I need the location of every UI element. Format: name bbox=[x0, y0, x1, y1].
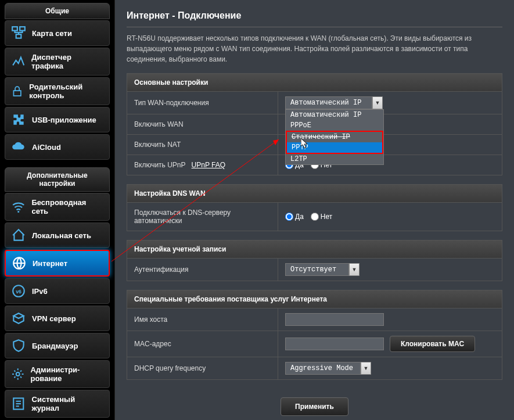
traffic-icon bbox=[11, 54, 26, 69]
sidebar-item-usb[interactable]: USB-приложение bbox=[5, 107, 110, 132]
radio-no[interactable] bbox=[311, 213, 319, 221]
wifi-icon bbox=[11, 199, 26, 214]
gear-icon bbox=[11, 367, 24, 382]
section-basic: Основные настройки Тип WAN-подключения А… bbox=[127, 73, 502, 175]
auth-select[interactable]: Отсутствует ▼ bbox=[285, 263, 360, 276]
chevron-down-icon: ▼ bbox=[361, 362, 371, 375]
sidebar-item-label: Системный журнал bbox=[32, 395, 103, 412]
sidebar-item-label: Администри-рование bbox=[30, 365, 103, 383]
section-header-isp: Специальные требования поставщика услуг … bbox=[127, 290, 502, 308]
sidebar-item-label: Локальная сеть bbox=[32, 231, 91, 240]
sidebar-item-label: VPN сервер bbox=[32, 314, 76, 323]
sidebar-item-label: AiCloud bbox=[32, 143, 61, 152]
svg-point-8 bbox=[16, 372, 20, 376]
dhcp-select[interactable]: Aggressive Mode ▼ bbox=[285, 362, 371, 375]
vpn-icon bbox=[11, 311, 26, 326]
dropdown-option[interactable]: PPPoE bbox=[286, 120, 383, 131]
chevron-down-icon: ▼ bbox=[372, 96, 383, 109]
section-header-basic: Основные настройки bbox=[127, 74, 502, 92]
home-icon bbox=[11, 228, 26, 243]
section-dns: Настройка DNS WAN Подключаться к DNS-сер… bbox=[127, 184, 502, 231]
dhcp-label: DHCP query frequency bbox=[127, 357, 278, 379]
sidebar-item-label: Родительский контроль bbox=[29, 82, 103, 100]
sidebar-item-label: Интернет bbox=[33, 259, 67, 268]
sidebar-item-parental[interactable]: Родительский контроль bbox=[5, 77, 110, 105]
shield-icon bbox=[11, 338, 26, 353]
sidebar-item-label: Диспетчер трафика bbox=[31, 53, 103, 70]
upnp-faq-link[interactable]: UPnP FAQ bbox=[192, 161, 225, 169]
wan-type-dropdown: Автоматический IP PPPoE Статический IP P… bbox=[285, 109, 384, 165]
dns-no[interactable]: Нет bbox=[311, 213, 332, 221]
main-content: Интернет - Подключение RT-N56U поддержив… bbox=[115, 0, 514, 420]
sidebar-item-aicloud[interactable]: AiCloud bbox=[5, 134, 110, 160]
hostname-label: Имя хоста bbox=[127, 308, 278, 331]
sidebar-advanced-header: Дополнительные настройки bbox=[5, 167, 110, 192]
svg-rect-1 bbox=[20, 27, 25, 31]
section-isp: Специальные требования поставщика услуг … bbox=[127, 290, 502, 380]
sidebar: Общие Карта сети Диспетчер трафика Родит… bbox=[0, 0, 115, 420]
dns-radio-group: Да Нет bbox=[285, 213, 332, 221]
auth-value: Отсутствует bbox=[285, 263, 349, 276]
page-description: RT-N56U поддерживает несколько типов под… bbox=[115, 33, 514, 73]
sidebar-item-label: IPv6 bbox=[32, 287, 48, 296]
ipv6-icon: v6 bbox=[11, 283, 26, 299]
sidebar-item-wireless[interactable]: Беспроводная сеть bbox=[5, 193, 110, 221]
section-header-dns: Настройка DNS WAN bbox=[127, 185, 502, 203]
enable-nat-label: Включить NAT bbox=[127, 135, 278, 155]
dropdown-option-selected[interactable]: PPTP bbox=[287, 142, 382, 153]
sidebar-item-syslog[interactable]: Системный журнал bbox=[5, 390, 110, 418]
section-account: Настройка учетной записи Аутентификация … bbox=[127, 240, 502, 281]
puzzle-icon bbox=[11, 112, 26, 127]
wan-type-value: Автоматический IP bbox=[285, 96, 372, 109]
dhcp-value: Aggressive Mode bbox=[285, 362, 361, 375]
sidebar-item-label: Брандмауэр bbox=[32, 342, 78, 350]
mac-label: MAC-адрес bbox=[127, 331, 278, 357]
svg-text:v6: v6 bbox=[16, 289, 21, 295]
sidebar-item-internet[interactable]: Интернет bbox=[5, 250, 110, 277]
sidebar-item-lan[interactable]: Локальная сеть bbox=[5, 222, 110, 248]
cloud-icon bbox=[11, 139, 26, 155]
sidebar-item-traffic[interactable]: Диспетчер трафика bbox=[5, 48, 110, 76]
dropdown-option[interactable]: Статический IP bbox=[287, 132, 382, 142]
wan-type-select[interactable]: Автоматический IP ▼ Автоматический IP PP… bbox=[285, 96, 383, 109]
svg-rect-0 bbox=[12, 27, 17, 31]
hostname-input[interactable] bbox=[285, 313, 384, 326]
network-map-icon bbox=[11, 26, 26, 41]
svg-point-4 bbox=[17, 211, 19, 213]
chevron-down-icon: ▼ bbox=[349, 263, 360, 276]
svg-rect-2 bbox=[16, 34, 21, 38]
sidebar-item-label: USB-приложение bbox=[32, 116, 96, 124]
section-header-account: Настройка учетной записи bbox=[127, 240, 502, 259]
radio-yes[interactable] bbox=[285, 213, 293, 221]
title-divider bbox=[127, 27, 502, 27]
sidebar-general-header: Общие bbox=[5, 3, 110, 19]
dropdown-option[interactable]: L2TP bbox=[286, 154, 383, 164]
svg-rect-3 bbox=[13, 91, 20, 96]
enable-upnp-label: Включить UPnP UPnP FAQ bbox=[127, 155, 278, 175]
auto-dns-label: Подключаться к DNS-серверу автоматически bbox=[127, 203, 278, 231]
sidebar-item-label: Карта сети bbox=[32, 29, 72, 38]
submit-row: Применить bbox=[115, 389, 514, 420]
dropdown-option[interactable]: Автоматический IP bbox=[286, 110, 383, 120]
globe-icon bbox=[12, 256, 27, 271]
lock-icon bbox=[11, 84, 23, 99]
sidebar-item-label: Беспроводная сеть bbox=[31, 198, 103, 216]
auth-label: Аутентификация bbox=[127, 259, 278, 281]
apply-button[interactable]: Применить bbox=[281, 397, 348, 416]
sidebar-item-firewall[interactable]: Брандмауэр bbox=[5, 333, 110, 358]
clone-mac-button[interactable]: Клонировать MAC bbox=[390, 336, 475, 352]
enable-wan-label: Включить WAN bbox=[127, 114, 278, 134]
wan-type-label: Тип WAN-подключения bbox=[127, 92, 278, 114]
sidebar-item-admin[interactable]: Администри-рование bbox=[5, 360, 110, 388]
log-icon bbox=[11, 396, 26, 411]
page-title: Интернет - Подключение bbox=[115, 0, 514, 27]
sidebar-item-vpn[interactable]: VPN сервер bbox=[5, 306, 110, 331]
dns-yes[interactable]: Да bbox=[285, 213, 304, 221]
sidebar-item-network-map[interactable]: Карта сети bbox=[5, 20, 110, 46]
sidebar-item-ipv6[interactable]: v6 IPv6 bbox=[5, 278, 110, 304]
mac-input[interactable] bbox=[285, 338, 384, 350]
